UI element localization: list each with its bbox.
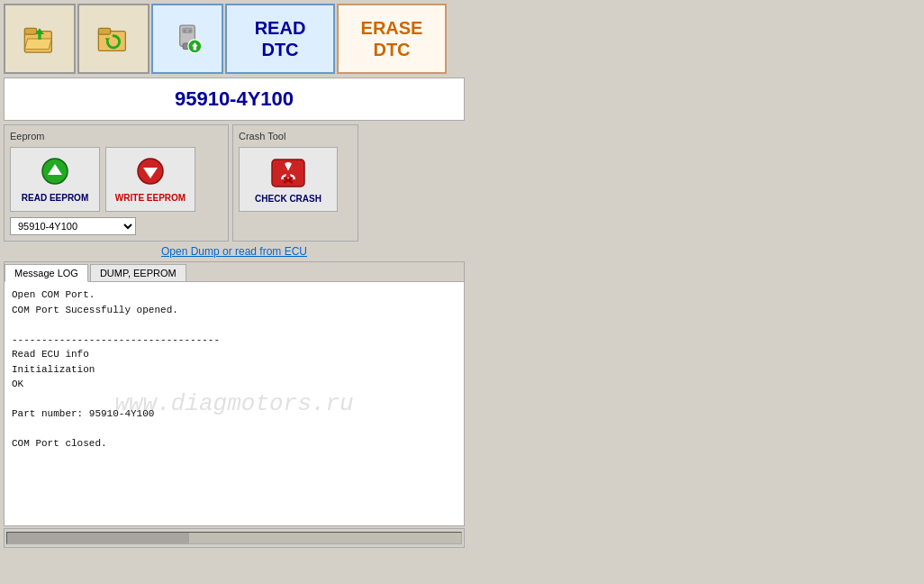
erase-dtc-line2: DTC xyxy=(361,39,423,60)
read-eeprom-icon xyxy=(35,157,75,189)
eeprom-select[interactable]: 95910-4Y100 xyxy=(10,217,136,235)
tab-dump-eeprom[interactable]: DUMP, EEPROM xyxy=(90,264,186,281)
erase-dtc-line1: ERASE xyxy=(361,17,423,39)
svg-rect-10 xyxy=(184,30,186,32)
check-crash-icon xyxy=(268,156,308,190)
refresh-button[interactable] xyxy=(77,4,149,74)
part-number-text: 95910-4Y100 xyxy=(175,87,294,110)
eeprom-select-row: 95910-4Y100 xyxy=(10,217,222,235)
open-dump-link[interactable]: Open Dump or read from ECU xyxy=(4,245,465,258)
write-eeprom-icon xyxy=(131,157,170,189)
crash-tool-section: Crash Tool CHECK CRASH xyxy=(232,124,358,242)
open-file-button[interactable] xyxy=(4,4,76,74)
log-messages: Open COM Port.COM Port Sucessfully opene… xyxy=(12,287,457,452)
read-dtc-line1: READ xyxy=(255,17,306,39)
crash-tool-label: Crash Tool xyxy=(239,131,352,141)
svg-marker-2 xyxy=(24,39,51,50)
eeprom-label: Eeprom xyxy=(10,131,222,141)
flash-button[interactable] xyxy=(151,4,223,74)
scrollbar-track[interactable] xyxy=(6,532,462,544)
svg-rect-11 xyxy=(189,30,192,32)
log-content[interactable]: www.diagmotors.ru Open COM Port.COM Port… xyxy=(5,282,464,525)
svg-rect-1 xyxy=(24,28,36,34)
erase-dtc-button[interactable]: ERASE DTC xyxy=(337,4,447,74)
check-crash-label: CHECK CRASH xyxy=(255,194,322,204)
svg-rect-6 xyxy=(98,28,110,34)
tab-message-log[interactable]: Message LOG xyxy=(5,264,88,282)
read-dtc-button[interactable]: READ DTC xyxy=(225,4,335,74)
sections-row: Eeprom READ EEPROM WRITE EEPROM xyxy=(4,124,465,242)
flash-drive-icon xyxy=(169,21,205,57)
scrollbar-thumb[interactable] xyxy=(7,533,189,543)
read-eeprom-label: READ EEPROM xyxy=(22,193,88,203)
write-eeprom-label: WRITE EEPROM xyxy=(115,193,186,203)
eeprom-buttons: READ EEPROM WRITE EEPROM xyxy=(10,147,222,212)
bottom-scrollbar[interactable] xyxy=(4,528,465,548)
part-number-panel: 95910-4Y100 xyxy=(4,78,465,121)
eeprom-section: Eeprom READ EEPROM WRITE EEPROM xyxy=(4,124,229,242)
write-eeprom-button[interactable]: WRITE EEPROM xyxy=(105,147,195,212)
svg-rect-4 xyxy=(38,33,41,40)
toolbar: READ DTC ERASE DTC xyxy=(4,4,465,74)
read-dtc-line2: DTC xyxy=(255,39,306,60)
read-eeprom-button[interactable]: READ EEPROM xyxy=(10,147,100,212)
check-crash-button[interactable]: CHECK CRASH xyxy=(239,147,338,212)
open-folder-icon xyxy=(22,21,58,57)
refresh-icon xyxy=(95,21,131,57)
log-tabs: Message LOG DUMP, EEPROM xyxy=(5,262,464,282)
log-area: Message LOG DUMP, EEPROM www.diagmotors.… xyxy=(4,261,465,526)
